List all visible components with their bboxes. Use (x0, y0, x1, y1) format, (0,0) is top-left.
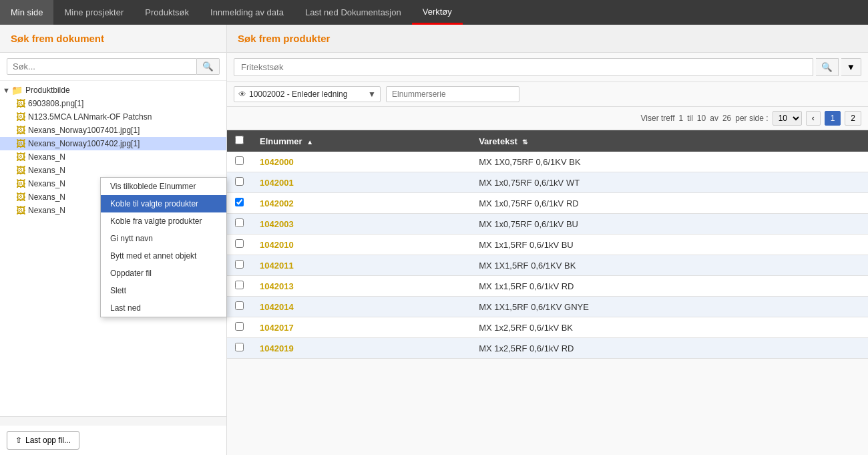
tree-child-label-2: N123.5MCA LANmark-OF Patchsn (28, 112, 152, 122)
nav-last-ned[interactable]: Last ned Dokumentasjon (294, 0, 412, 25)
ctx-koble-til[interactable]: Koble til valgte produkter (101, 195, 226, 212)
pagination-av: av (710, 114, 718, 123)
ctx-gi-nytt-navn[interactable]: Gi nytt navn (101, 230, 226, 247)
folder-icon: 📁 (11, 85, 23, 96)
horizontal-scrollbar[interactable] (0, 416, 226, 426)
showing-label: Viser treff (641, 114, 675, 123)
left-title-plain: Søk frem (11, 33, 56, 44)
top-nav: Min side Mine prosjekter Produktsøk Innm… (0, 0, 868, 25)
table-row: 1042017 MX 1x2,5RF 0,6/1kV BK (227, 317, 868, 338)
elnummer-serie-input[interactable] (386, 86, 519, 102)
file-icon-4: 🖼 (16, 138, 25, 149)
row-checkbox-cell[interactable] (227, 338, 252, 359)
row-elnummer[interactable]: 1042002 (252, 193, 471, 214)
row-checkbox[interactable] (235, 301, 244, 310)
context-menu: Vis tilkoblede Elnummer Koble til valgte… (100, 177, 227, 317)
tree-child-3[interactable]: 🖼 Nexans_Norway1007401.jpg[1] (0, 124, 226, 137)
row-checkbox[interactable] (235, 198, 244, 206)
page-to: 10 (697, 114, 706, 123)
right-search-button[interactable]: 🔍 (816, 58, 839, 76)
file-icon-1: 🖼 (16, 98, 25, 109)
table-row: 1042019 MX 1x2,5RF 0,6/1kV RD (227, 338, 868, 359)
row-checkbox[interactable] (235, 218, 244, 227)
nav-min-side[interactable]: Min side (0, 0, 53, 25)
page-total: 26 (722, 114, 731, 123)
table-row: 1042000 MX 1X0,75RF 0,6/1KV BK (227, 152, 868, 172)
tree-child-label-8: Nexans_N (28, 192, 65, 202)
page-1-button[interactable]: 1 (825, 111, 841, 126)
nav-mine-prosjekter[interactable]: Mine prosjekter (53, 0, 134, 25)
row-checkbox[interactable] (235, 156, 244, 165)
nav-innmelding[interactable]: Innmelding av data (200, 0, 294, 25)
file-icon-6: 🖼 (16, 165, 25, 176)
row-checkbox-cell[interactable] (227, 193, 252, 214)
row-checkbox[interactable] (235, 177, 244, 186)
prev-page-button[interactable]: ‹ (806, 111, 821, 126)
col-elnummer[interactable]: Elnummer ▲ (252, 130, 471, 152)
tree-child-label-3: Nexans_Norway1007401.jpg[1] (28, 126, 140, 135)
pagination-row: Viser treff 1 til 10 av 26 per side : 10… (227, 107, 868, 130)
row-checkbox-cell[interactable] (227, 297, 252, 317)
tree-child-1[interactable]: 🖼 6903808.png[1] (0, 97, 226, 110)
tree-child-2[interactable]: 🖼 N123.5MCA LANmark-OF Patchsn (0, 110, 226, 124)
ctx-koble-fra[interactable]: Koble fra valgte produkter (101, 212, 226, 230)
tree-root-item[interactable]: ▼ 📁 Produktbilde (0, 84, 226, 97)
row-elnummer[interactable]: 1042019 (252, 338, 471, 359)
right-title-plain: Søk frem (238, 33, 283, 44)
tree-child-6[interactable]: 🖼 Nexans_N (0, 164, 226, 177)
row-checkbox-cell[interactable] (227, 317, 252, 338)
dropdown-arrow-icon: ▼ (368, 90, 376, 99)
filter-row: 👁 10002002 - Enleder ledning ▼ (227, 82, 868, 107)
tree-child-label-7: Nexans_N (28, 179, 65, 188)
col-varetekst[interactable]: Varetekst ⇅ (471, 130, 868, 152)
ctx-last-ned[interactable]: Last ned (101, 299, 226, 317)
row-elnummer[interactable]: 1042011 (252, 255, 471, 276)
page-2-button[interactable]: 2 (845, 111, 861, 126)
row-checkbox-cell[interactable] (227, 276, 252, 297)
row-checkbox[interactable] (235, 239, 244, 248)
row-elnummer[interactable]: 1042014 (252, 297, 471, 317)
table-body: 1042000 MX 1X0,75RF 0,6/1KV BK 1042001 M… (227, 152, 868, 359)
tree-child-label-5: Nexans_N (28, 152, 65, 162)
row-checkbox-cell[interactable] (227, 255, 252, 276)
row-checkbox[interactable] (235, 260, 244, 269)
row-checkbox[interactable] (235, 322, 244, 331)
row-elnummer[interactable]: 1042001 (252, 172, 471, 193)
nav-verktoy[interactable]: Verktøy (412, 0, 463, 25)
row-elnummer[interactable]: 1042010 (252, 235, 471, 255)
left-search-button[interactable]: 🔍 (197, 58, 220, 75)
row-elnummer[interactable]: 1042013 (252, 276, 471, 297)
right-filter-toggle[interactable]: ▼ (841, 58, 861, 76)
per-side-select[interactable]: 10 25 50 (773, 111, 802, 126)
tree-child-5[interactable]: 🖼 Nexans_N (0, 150, 226, 164)
row-checkbox[interactable] (235, 343, 244, 351)
tree-child-4-highlighted[interactable]: 🖼 Nexans_Norway1007402.jpg[1] (0, 137, 226, 150)
eye-icon: 👁 (238, 90, 246, 99)
select-all-checkbox[interactable] (235, 136, 244, 144)
ctx-bytt-med[interactable]: Bytt med et annet objekt (101, 247, 226, 265)
row-checkbox-cell[interactable] (227, 214, 252, 235)
file-icon-3: 🖼 (16, 125, 25, 136)
main-layout: Søk frem dokument 🔍 ▼ 📁 Produktbilde 🖼 6… (0, 25, 868, 455)
right-search-input[interactable] (234, 58, 813, 76)
filter-dropdown[interactable]: 👁 10002002 - Enleder ledning ▼ (234, 86, 381, 102)
table-row: 1042010 MX 1x1,5RF 0,6/1kV BU (227, 235, 868, 255)
left-search-input[interactable] (7, 58, 197, 75)
right-search-row: 🔍 ▼ (227, 53, 868, 82)
upload-button[interactable]: ⇧ Last opp fil... (7, 431, 79, 450)
table-row: 1042011 MX 1X1,5RF 0,6/1KV BK (227, 255, 868, 276)
page-from: 1 (679, 114, 684, 123)
row-varetekst: MX 1x1,5RF 0,6/1kV BU (471, 235, 868, 255)
file-icon-7: 🖼 (16, 178, 25, 189)
ctx-slett[interactable]: Slett (101, 282, 226, 299)
row-elnummer[interactable]: 1042003 (252, 214, 471, 235)
row-checkbox-cell[interactable] (227, 235, 252, 255)
row-checkbox[interactable] (235, 281, 244, 289)
row-checkbox-cell[interactable] (227, 172, 252, 193)
row-elnummer[interactable]: 1042017 (252, 317, 471, 338)
row-elnummer[interactable]: 1042000 (252, 152, 471, 172)
row-checkbox-cell[interactable] (227, 152, 252, 172)
ctx-oppdater-fil[interactable]: Oppdater fil (101, 265, 226, 282)
nav-produktsok[interactable]: Produktsøk (134, 0, 200, 25)
ctx-vis-tilkoblede[interactable]: Vis tilkoblede Elnummer (101, 178, 226, 195)
